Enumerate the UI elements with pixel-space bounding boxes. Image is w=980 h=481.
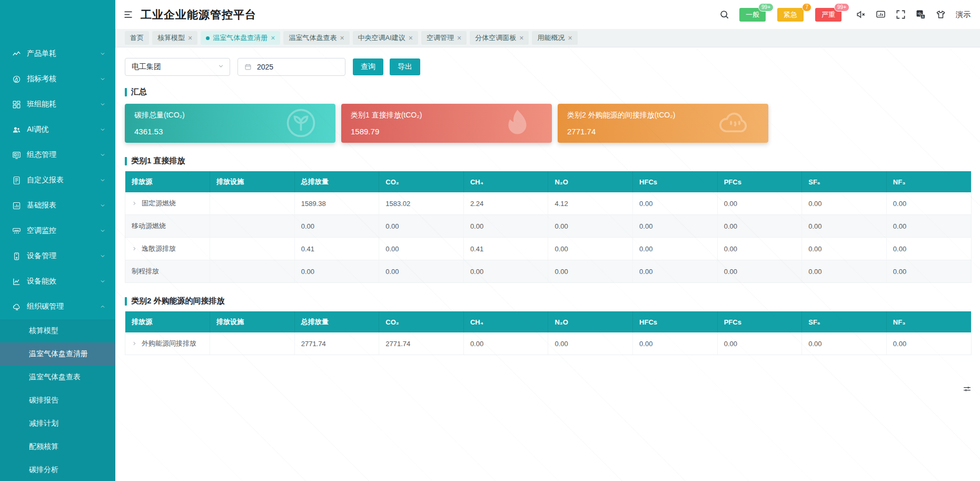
emission-source-label: 移动源燃烧 bbox=[132, 221, 166, 231]
search-icon[interactable] bbox=[719, 9, 729, 19]
sidebar-subitem[interactable]: 减排计划 bbox=[0, 412, 115, 435]
value-cell: 2771.74 bbox=[294, 332, 379, 355]
tab-空调管理[interactable]: 空调管理× bbox=[421, 31, 467, 45]
sidebar-item-target[interactable]: 指标考核 bbox=[0, 66, 115, 92]
menu-toggle-icon[interactable] bbox=[123, 9, 134, 20]
company-select-value: 电工集团 bbox=[132, 62, 217, 72]
sidebar-item-carbon[interactable]: 组织碳管理 bbox=[0, 294, 115, 319]
value-cell: 0.00 bbox=[802, 332, 887, 355]
sidebar-item-trend[interactable]: 产品单耗 bbox=[0, 41, 115, 66]
active-tab-dot bbox=[206, 36, 210, 40]
tab-用能概况[interactable]: 用能概况× bbox=[532, 31, 577, 45]
tab-分体空调面板[interactable]: 分体空调面板× bbox=[470, 31, 529, 45]
value-cell: 0.00 bbox=[633, 192, 718, 215]
value-cell: 0.00 bbox=[379, 260, 464, 283]
value-cell: 0.00 bbox=[294, 215, 379, 238]
tab-温室气体盘查表[interactable]: 温室气体盘查表× bbox=[283, 31, 349, 45]
alert-chip-label: 紧急 bbox=[784, 11, 797, 18]
chevron-up-icon bbox=[100, 303, 106, 310]
demo-button[interactable]: 演示 bbox=[956, 10, 971, 19]
chevron-down-icon bbox=[100, 202, 106, 209]
sidebar-item-label: 基础报表 bbox=[27, 201, 100, 210]
sidebar-item-users[interactable]: AI调优 bbox=[0, 117, 115, 142]
export-button[interactable]: 导出 bbox=[390, 58, 420, 75]
year-input[interactable] bbox=[256, 62, 339, 72]
alert-chip-label: 一般 bbox=[746, 11, 759, 18]
column-header: CO₂ bbox=[379, 171, 464, 192]
value-cell: 0.00 bbox=[717, 260, 802, 283]
report-icon bbox=[12, 201, 21, 210]
app-root: 产品单耗指标考核班组能耗AI调优组态管理自定义报表基础报表空调监控设备管理设备能… bbox=[0, 0, 980, 481]
tab-温室气体盘查清册[interactable]: 温室气体盘查清册× bbox=[201, 31, 280, 45]
value-cell: 0.00 bbox=[548, 215, 633, 238]
speaker-mute-icon[interactable] bbox=[856, 9, 866, 19]
sidebar-subitem-label: 核算模型 bbox=[29, 326, 58, 336]
column-header: SF₆ bbox=[802, 171, 887, 192]
tab-close-icon[interactable]: × bbox=[271, 34, 275, 42]
column-settings-icon[interactable] bbox=[963, 385, 972, 396]
alert-chip[interactable]: 一般99+ bbox=[739, 8, 766, 22]
translate-icon[interactable]: 中A bbox=[916, 9, 926, 19]
tab-close-icon[interactable]: × bbox=[409, 34, 413, 42]
year-picker bbox=[237, 58, 345, 76]
expand-caret-icon[interactable] bbox=[132, 246, 137, 251]
summary-card-value: 2771.74 bbox=[567, 127, 759, 136]
alert-chip[interactable]: 严重99+ bbox=[815, 8, 842, 22]
sidebar-item-grid[interactable]: 班组能耗 bbox=[0, 92, 115, 117]
value-cell: 0.41 bbox=[463, 238, 548, 260]
column-header: N₂O bbox=[548, 311, 633, 332]
alert-chip-label: 严重 bbox=[821, 11, 835, 18]
value-cell: 0.00 bbox=[548, 332, 633, 355]
tab-close-icon[interactable]: × bbox=[340, 34, 344, 42]
sidebar-item-label: 班组能耗 bbox=[27, 100, 100, 109]
chevron-down-icon bbox=[100, 177, 106, 183]
tab-close-icon[interactable]: × bbox=[519, 34, 523, 42]
expand-caret-icon[interactable] bbox=[132, 201, 137, 206]
tab-中央空调AI建议[interactable]: 中央空调AI建议× bbox=[353, 31, 418, 45]
alert-chip[interactable]: 紧急7 bbox=[777, 8, 804, 22]
company-select[interactable]: 电工集团 bbox=[125, 58, 230, 76]
sidebar-subitem[interactable]: 温室气体盘查表 bbox=[0, 366, 115, 389]
tab-label: 空调管理 bbox=[427, 33, 454, 43]
sidebar-item-report[interactable]: 基础报表 bbox=[0, 193, 115, 218]
tab-close-icon[interactable]: × bbox=[568, 34, 572, 42]
chevron-down-icon bbox=[100, 278, 106, 284]
sidebar-item-efficiency[interactable]: 设备能效 bbox=[0, 269, 115, 294]
main-area: 工业企业能源管控平台 一般99+紧急7严重99+ 中A 演示 首页核算模型×温室… bbox=[115, 0, 980, 481]
tab-核算模型[interactable]: 核算模型× bbox=[152, 31, 197, 45]
sidebar-subitem[interactable]: 温室气体盘查清册 bbox=[0, 342, 115, 366]
sidebar-subitem[interactable]: 碳排报告 bbox=[0, 389, 115, 412]
value-cell: 0.00 bbox=[886, 260, 971, 283]
column-header: NF₃ bbox=[886, 311, 971, 332]
value-cell: 0.00 bbox=[886, 238, 971, 260]
tab-close-icon[interactable]: × bbox=[188, 34, 192, 42]
sidebar-subitem-label: 配额核算 bbox=[29, 442, 58, 451]
value-cell: 0.00 bbox=[379, 215, 464, 238]
emission-table: 排放源排放设施总排放量CO₂CH₄N₂OHFCsPFCsSF₆NF₃固定源燃烧1… bbox=[125, 171, 972, 283]
sidebar-item-ac[interactable]: 空调监控 bbox=[0, 218, 115, 243]
tshirt-icon[interactable] bbox=[936, 9, 946, 19]
sidebar-item-dashboard[interactable]: 组态管理 bbox=[0, 142, 115, 168]
sidebar-item-document[interactable]: 自定义报表 bbox=[0, 168, 115, 193]
sidebar-subitem[interactable]: 碳排分析 bbox=[0, 458, 115, 481]
value-cell: 0.00 bbox=[886, 192, 971, 215]
sidebar-item-device[interactable]: 设备管理 bbox=[0, 243, 115, 269]
table-section-head: 类别2 外购能源的间接排放 bbox=[125, 296, 972, 306]
tab-首页[interactable]: 首页 bbox=[125, 31, 149, 45]
chevron-down-icon bbox=[100, 126, 106, 133]
section-bar bbox=[125, 297, 127, 306]
tab-label: 中央空调AI建议 bbox=[358, 33, 405, 43]
tab-close-icon[interactable]: × bbox=[457, 34, 461, 42]
fullscreen-icon[interactable] bbox=[896, 9, 906, 19]
sidebar-subitem[interactable]: 核算模型 bbox=[0, 319, 115, 342]
sidebar-item-label: 空调监控 bbox=[27, 226, 100, 235]
query-button[interactable]: 查询 bbox=[353, 58, 383, 75]
alert-badge: 99+ bbox=[758, 3, 774, 12]
screencast-icon[interactable] bbox=[876, 9, 886, 19]
emission-source-cell: 制程排放 bbox=[132, 267, 203, 276]
sidebar-subitem[interactable]: 配额核算 bbox=[0, 435, 115, 458]
summary-card-title: 碳排总量(tCO₂) bbox=[134, 111, 326, 120]
facility-cell bbox=[210, 192, 295, 215]
expand-caret-icon[interactable] bbox=[132, 341, 137, 346]
value-cell: 0.00 bbox=[717, 215, 802, 238]
